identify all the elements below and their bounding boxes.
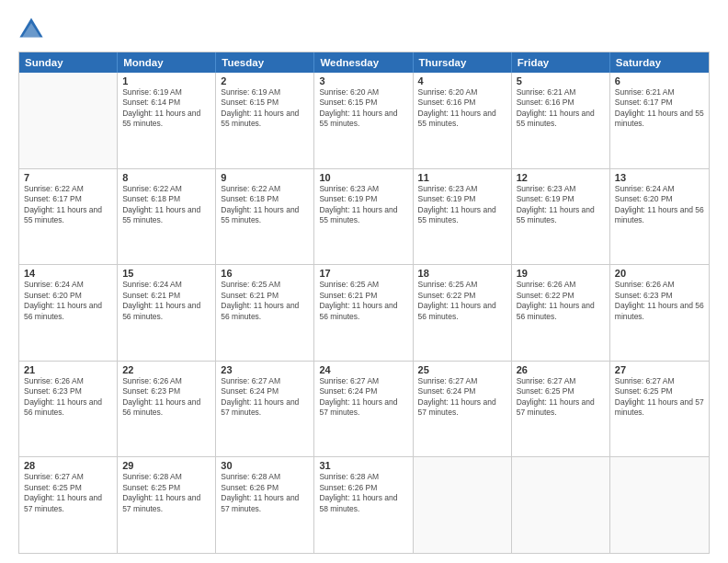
cell-date-number: 5 xyxy=(517,75,605,86)
cell-date-number: 9 xyxy=(221,172,309,183)
cell-info: Sunrise: 6:25 AMSunset: 6:21 PMDaylight:… xyxy=(319,280,407,322)
calendar-cell: 16Sunrise: 6:25 AMSunset: 6:21 PMDayligh… xyxy=(216,265,314,361)
cell-date-number: 24 xyxy=(319,364,407,375)
calendar-cell: 23Sunrise: 6:27 AMSunset: 6:24 PMDayligh… xyxy=(216,362,314,457)
cell-info: Sunrise: 6:21 AMSunset: 6:16 PMDaylight:… xyxy=(517,87,605,130)
calendar-cell: 8Sunrise: 6:22 AMSunset: 6:18 PMDaylight… xyxy=(118,169,216,265)
calendar-cell: 29Sunrise: 6:28 AMSunset: 6:25 PMDayligh… xyxy=(118,457,216,553)
calendar-cell: 17Sunrise: 6:25 AMSunset: 6:21 PMDayligh… xyxy=(314,265,413,361)
calendar-header: SundayMondayTuesdayWednesdayThursdayFrid… xyxy=(19,52,709,73)
header-day: Wednesday xyxy=(314,52,413,73)
cell-date-number: 16 xyxy=(221,268,309,279)
calendar-cell: 4Sunrise: 6:20 AMSunset: 6:16 PMDaylight… xyxy=(414,73,512,168)
calendar-cell: 9Sunrise: 6:22 AMSunset: 6:18 PMDaylight… xyxy=(216,169,314,265)
cell-info: Sunrise: 6:25 AMSunset: 6:21 PMDaylight:… xyxy=(221,280,309,322)
calendar-cell: 1Sunrise: 6:19 AMSunset: 6:14 PMDaylight… xyxy=(118,73,216,168)
calendar-cell: 20Sunrise: 6:26 AMSunset: 6:23 PMDayligh… xyxy=(610,265,709,361)
calendar-cell: 21Sunrise: 6:26 AMSunset: 6:23 PMDayligh… xyxy=(19,362,118,457)
cell-info: Sunrise: 6:25 AMSunset: 6:22 PMDaylight:… xyxy=(418,280,506,322)
cell-date-number: 10 xyxy=(319,172,407,183)
cell-info: Sunrise: 6:23 AMSunset: 6:19 PMDaylight:… xyxy=(418,184,506,226)
calendar-row: 7Sunrise: 6:22 AMSunset: 6:17 PMDaylight… xyxy=(19,169,709,266)
header-day: Thursday xyxy=(414,52,512,73)
calendar-cell xyxy=(19,73,118,168)
cell-info: Sunrise: 6:26 AMSunset: 6:22 PMDaylight:… xyxy=(517,280,605,322)
cell-date-number: 12 xyxy=(517,172,605,183)
cell-date-number: 31 xyxy=(319,460,407,471)
calendar-cell xyxy=(512,457,610,553)
header-day: Monday xyxy=(118,52,216,73)
calendar-row: 14Sunrise: 6:24 AMSunset: 6:20 PMDayligh… xyxy=(19,265,709,362)
cell-date-number: 29 xyxy=(122,460,210,471)
calendar-cell: 14Sunrise: 6:24 AMSunset: 6:20 PMDayligh… xyxy=(19,265,118,361)
cell-date-number: 22 xyxy=(122,364,210,375)
cell-info: Sunrise: 6:19 AMSunset: 6:15 PMDaylight:… xyxy=(221,87,309,130)
cell-info: Sunrise: 6:19 AMSunset: 6:14 PMDaylight:… xyxy=(122,87,210,130)
cell-info: Sunrise: 6:27 AMSunset: 6:25 PMDaylight:… xyxy=(517,376,605,419)
cell-info: Sunrise: 6:27 AMSunset: 6:24 PMDaylight:… xyxy=(221,376,309,419)
cell-date-number: 18 xyxy=(418,268,506,279)
cell-info: Sunrise: 6:24 AMSunset: 6:21 PMDaylight:… xyxy=(122,280,210,322)
cell-date-number: 2 xyxy=(221,75,309,86)
calendar-cell: 25Sunrise: 6:27 AMSunset: 6:24 PMDayligh… xyxy=(414,362,512,457)
cell-info: Sunrise: 6:20 AMSunset: 6:16 PMDaylight:… xyxy=(418,87,506,130)
cell-date-number: 17 xyxy=(319,268,407,279)
cell-date-number: 28 xyxy=(24,460,112,471)
cell-info: Sunrise: 6:28 AMSunset: 6:26 PMDaylight:… xyxy=(221,472,309,514)
calendar-row: 21Sunrise: 6:26 AMSunset: 6:23 PMDayligh… xyxy=(19,362,709,458)
cell-info: Sunrise: 6:24 AMSunset: 6:20 PMDaylight:… xyxy=(24,280,112,322)
calendar-cell xyxy=(414,457,512,553)
cell-date-number: 21 xyxy=(24,364,112,375)
cell-info: Sunrise: 6:24 AMSunset: 6:20 PMDaylight:… xyxy=(615,184,704,226)
calendar-cell: 3Sunrise: 6:20 AMSunset: 6:15 PMDaylight… xyxy=(314,73,413,168)
cell-date-number: 8 xyxy=(122,172,210,183)
cell-info: Sunrise: 6:27 AMSunset: 6:25 PMDaylight:… xyxy=(24,472,112,514)
cell-info: Sunrise: 6:27 AMSunset: 6:25 PMDaylight:… xyxy=(615,376,704,419)
cell-date-number: 25 xyxy=(418,364,506,375)
calendar-body: 1Sunrise: 6:19 AMSunset: 6:14 PMDaylight… xyxy=(19,73,709,553)
calendar-cell: 22Sunrise: 6:26 AMSunset: 6:23 PMDayligh… xyxy=(118,362,216,457)
calendar-cell: 28Sunrise: 6:27 AMSunset: 6:25 PMDayligh… xyxy=(19,457,118,553)
cell-info: Sunrise: 6:22 AMSunset: 6:18 PMDaylight:… xyxy=(122,184,210,226)
cell-date-number: 4 xyxy=(418,75,506,86)
cell-info: Sunrise: 6:21 AMSunset: 6:17 PMDaylight:… xyxy=(615,87,704,130)
calendar-cell: 24Sunrise: 6:27 AMSunset: 6:24 PMDayligh… xyxy=(314,362,413,457)
cell-date-number: 23 xyxy=(221,364,309,375)
calendar-cell: 19Sunrise: 6:26 AMSunset: 6:22 PMDayligh… xyxy=(512,265,610,361)
calendar-cell: 31Sunrise: 6:28 AMSunset: 6:26 PMDayligh… xyxy=(314,457,413,553)
cell-date-number: 7 xyxy=(24,172,112,183)
calendar-cell: 2Sunrise: 6:19 AMSunset: 6:15 PMDaylight… xyxy=(216,73,314,168)
calendar-cell: 13Sunrise: 6:24 AMSunset: 6:20 PMDayligh… xyxy=(610,169,709,265)
cell-info: Sunrise: 6:26 AMSunset: 6:23 PMDaylight:… xyxy=(615,280,704,322)
calendar-cell: 7Sunrise: 6:22 AMSunset: 6:17 PMDaylight… xyxy=(19,169,118,265)
header-day: Sunday xyxy=(19,52,118,73)
calendar-cell: 18Sunrise: 6:25 AMSunset: 6:22 PMDayligh… xyxy=(414,265,512,361)
calendar-cell xyxy=(610,457,709,553)
cell-info: Sunrise: 6:22 AMSunset: 6:18 PMDaylight:… xyxy=(221,184,309,226)
cell-info: Sunrise: 6:27 AMSunset: 6:24 PMDaylight:… xyxy=(319,376,407,419)
cell-date-number: 14 xyxy=(24,268,112,279)
header-day: Saturday xyxy=(610,52,709,73)
calendar: SundayMondayTuesdayWednesdayThursdayFrid… xyxy=(18,52,710,554)
cell-info: Sunrise: 6:22 AMSunset: 6:17 PMDaylight:… xyxy=(24,184,112,226)
calendar-cell: 26Sunrise: 6:27 AMSunset: 6:25 PMDayligh… xyxy=(512,362,610,457)
cell-date-number: 27 xyxy=(615,364,704,375)
cell-date-number: 13 xyxy=(615,172,704,183)
calendar-cell: 15Sunrise: 6:24 AMSunset: 6:21 PMDayligh… xyxy=(118,265,216,361)
calendar-cell: 27Sunrise: 6:27 AMSunset: 6:25 PMDayligh… xyxy=(610,362,709,457)
cell-date-number: 1 xyxy=(122,75,210,86)
cell-info: Sunrise: 6:28 AMSunset: 6:26 PMDaylight:… xyxy=(319,472,407,514)
header xyxy=(18,17,710,42)
cell-info: Sunrise: 6:26 AMSunset: 6:23 PMDaylight:… xyxy=(24,376,112,419)
cell-info: Sunrise: 6:28 AMSunset: 6:25 PMDaylight:… xyxy=(122,472,210,514)
cell-date-number: 30 xyxy=(221,460,309,471)
cell-date-number: 6 xyxy=(615,75,704,86)
calendar-cell: 12Sunrise: 6:23 AMSunset: 6:19 PMDayligh… xyxy=(512,169,610,265)
calendar-cell: 6Sunrise: 6:21 AMSunset: 6:17 PMDaylight… xyxy=(610,73,709,168)
cell-info: Sunrise: 6:23 AMSunset: 6:19 PMDaylight:… xyxy=(517,184,605,226)
cell-info: Sunrise: 6:27 AMSunset: 6:24 PMDaylight:… xyxy=(418,376,506,419)
logo xyxy=(18,17,50,42)
calendar-cell: 11Sunrise: 6:23 AMSunset: 6:19 PMDayligh… xyxy=(414,169,512,265)
calendar-cell: 30Sunrise: 6:28 AMSunset: 6:26 PMDayligh… xyxy=(216,457,314,553)
calendar-cell: 10Sunrise: 6:23 AMSunset: 6:19 PMDayligh… xyxy=(314,169,413,265)
